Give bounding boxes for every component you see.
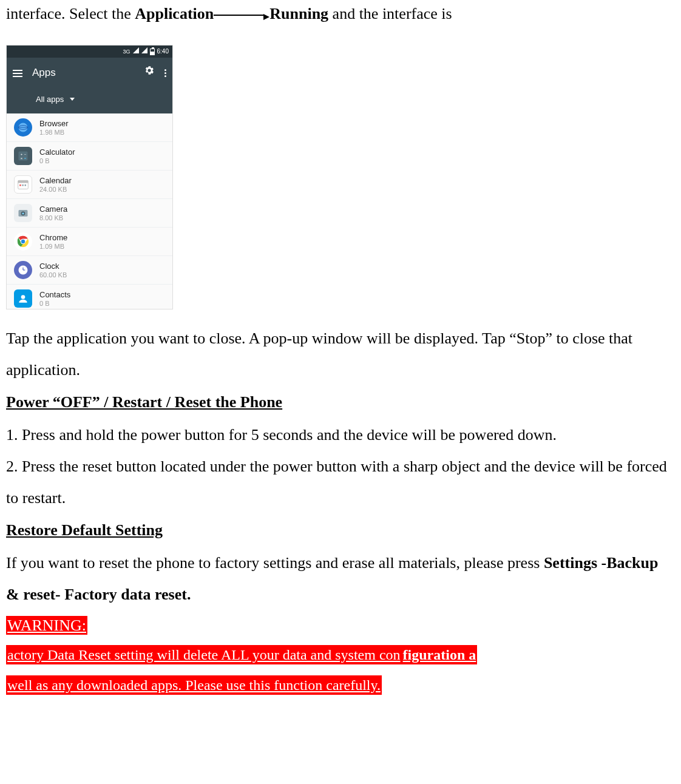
gear-icon[interactable] [144,64,155,83]
app-size: 0 B [39,300,70,308]
restore-text: If you want to reset the phone to factor… [6,547,675,610]
clock-icon [14,261,32,279]
warning-label: WARNING: [6,616,87,635]
filter-label: All apps [36,92,64,106]
application-label: Application [135,5,214,22]
svg-point-18 [22,213,24,215]
camera-icon [14,204,32,222]
svg-text:−: − [24,153,27,157]
filter-dropdown[interactable]: All apps [7,89,172,113]
svg-rect-6 [19,152,28,161]
intro-suffix: and the interface is [328,5,452,22]
svg-marker-2 [141,47,147,53]
battery-icon [150,49,155,55]
intro-prefix: interface. Select the [6,5,135,22]
list-item[interactable]: Contacts 0 B [7,285,172,309]
svg-rect-14 [22,184,24,186]
svg-text:×: × [21,157,22,160]
status-bar: 3G 6:40 [7,46,172,58]
intro-line: interface. Select the ApplicationRunning… [6,0,675,29]
warning-label-line: WARNING: [6,613,675,639]
app-name: Chrome [39,234,67,243]
apps-screenshot: 3G 6:40 Apps All apps [6,45,173,309]
svg-point-25 [21,296,25,300]
arrow-icon [214,1,269,30]
list-item[interactable]: +−×= Calculator 0 B [7,142,172,171]
svg-rect-12 [18,181,29,183]
warning-line-1: actory Data Reset setting will delete AL… [6,641,675,669]
power-heading: Power “OFF” / Restart / Reset the Phone [6,388,675,417]
page-title: Apps [32,64,56,83]
svg-marker-0 [263,14,269,20]
app-name: Calendar [39,177,72,186]
list-item[interactable]: Browser 1.98 MB [7,113,172,142]
app-name: Browser [39,120,69,129]
svg-text:+: + [21,153,23,157]
svg-rect-15 [25,184,27,186]
svg-text:=: = [24,157,27,160]
power-step-2: 2. Press the reset button located under … [6,451,675,514]
warning-line1b: figuration a [402,645,478,664]
network-label: 3G [123,47,130,56]
calculator-icon: +−×= [14,147,32,165]
hamburger-icon[interactable] [13,70,22,77]
svg-rect-13 [19,184,21,186]
restore-prefix: If you want to reset the phone to factor… [6,554,544,572]
browser-icon [14,118,32,137]
list-item[interactable]: Camera 8.00 KB [7,199,172,228]
signal-icon [141,46,147,57]
app-size: 24.00 KB [39,186,72,194]
app-name: Camera [39,205,67,214]
app-list: Browser 1.98 MB +−×= Calculator 0 B [7,113,172,309]
contacts-icon [14,289,32,308]
app-name: Clock [39,262,67,271]
signal-icon [133,46,139,57]
list-item[interactable]: Clock 60.00 KB [7,256,172,285]
app-size: 0 B [39,157,75,165]
svg-marker-1 [133,47,139,53]
warning-line-2: well as any downloaded apps. Please use … [6,672,675,700]
svg-point-21 [21,240,25,243]
app-size: 8.00 KB [39,214,67,222]
list-item[interactable]: Calendar 24.00 KB [7,171,172,199]
app-name: Calculator [39,148,75,157]
warning-line1a: actory Data Reset setting will delete AL… [6,645,402,664]
clock-time: 6:40 [157,46,169,57]
app-name: Contacts [39,291,70,300]
overflow-icon[interactable] [164,69,166,77]
app-size: 1.98 MB [39,129,69,137]
app-size: 60.00 KB [39,271,67,279]
tap-close-text: Tap the application you want to close. A… [6,323,675,386]
restore-heading: Restore Default Setting [6,516,675,545]
chevron-down-icon [70,98,75,101]
list-item[interactable]: Chrome 1.09 MB [7,228,172,256]
app-size: 1.09 MB [39,243,67,251]
chrome-icon [14,232,32,251]
power-step-1: 1. Press and hold the power button for 5… [6,419,675,451]
app-bar: Apps [7,58,172,89]
calendar-icon [14,175,32,194]
running-label: Running [269,5,328,22]
